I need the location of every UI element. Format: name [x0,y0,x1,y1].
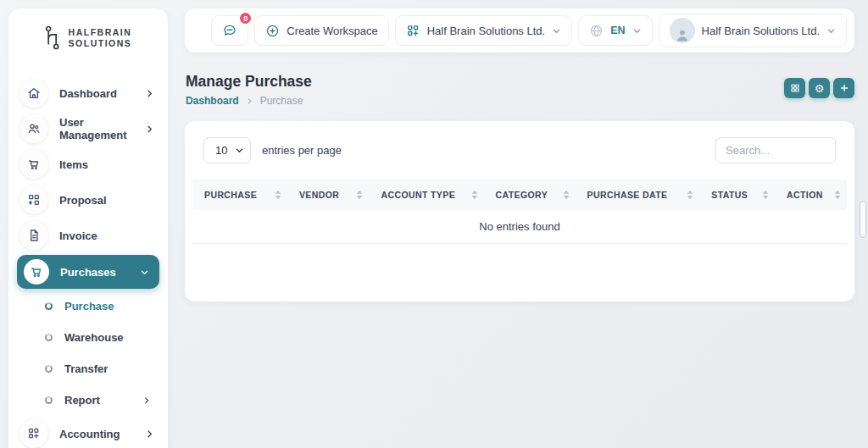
entries-per-page-select-wrap: 10 [203,137,251,163]
sidebar-subitem-report[interactable]: Report [8,384,168,416]
column-header-status[interactable]: STATUS [699,180,775,210]
chevron-down-icon [140,268,149,277]
sidebar-item-label: Accounting [59,428,120,440]
document-icon [19,221,48,250]
table-controls: 10 entries per page [185,121,854,163]
sort-icon[interactable] [834,191,841,200]
chevron-right-icon [142,396,151,405]
plus-icon [839,83,849,93]
sidebar-item-label: User Management [59,116,145,141]
breadcrumb-dashboard-link[interactable]: Dashboard [186,95,239,107]
chevron-right-icon [145,429,154,439]
sidebar-item-label: Invoice [59,230,97,242]
grid-icon [790,83,800,93]
sidebar-subitem-label: Warehouse [64,331,124,344]
chevron-right-icon [145,124,154,134]
column-header-account-type[interactable]: ACCOUNT TYPE [369,180,483,210]
sidebar-subitem-label: Report [64,394,100,407]
column-header-purchase-date[interactable]: PURCHASE DATE [576,180,700,210]
sort-icon[interactable] [687,191,693,200]
sort-icon[interactable] [471,191,478,200]
halfbrain-logo-mark [45,25,63,50]
ring-bullet-icon [45,365,53,373]
ring-bullet-icon [45,302,53,310]
vertical-scrollbar[interactable] [860,201,866,238]
breadcrumb-current: Purchase [260,95,303,107]
home-icon [19,79,48,108]
chat-button[interactable]: 0 [211,15,248,46]
sort-icon[interactable] [762,191,769,200]
workspace-selector[interactable]: Half Brain Solutions Ltd. [395,15,572,46]
cart-icon [19,150,48,179]
breadcrumb: Dashboard Purchase [186,95,303,107]
chevron-down-icon [632,26,642,36]
empty-state-row: No entries found [192,210,847,244]
sort-icon[interactable] [356,191,363,200]
language-selector[interactable]: EN [578,15,652,46]
cart-icon [24,259,49,285]
user-menu-label: Half Brain Solutions Ltd. [702,25,820,37]
sidebar-item-label: Items [59,158,88,171]
globe-icon [589,24,604,38]
app-logo-text: HALFBRAIN SOLUTIONS [69,27,132,47]
sidebar-item-accounting[interactable]: Accounting [8,416,168,448]
app-logo: HALFBRAIN SOLUTIONS [8,8,168,62]
sort-icon[interactable] [563,191,570,200]
chevron-down-icon [552,26,561,36]
purchase-table-card: 10 entries per page PURCHASE VENDOR ACCO… [185,121,854,301]
settings-button[interactable]: ⚙ [809,78,830,98]
sidebar-item-label: Dashboard [59,87,117,100]
entries-per-page-select[interactable]: 10 [203,137,251,163]
chevron-right-icon [145,89,154,98]
sidebar-item-purchases[interactable]: Purchases [17,255,159,289]
sidebar-item-invoice[interactable]: Invoice [8,218,168,253]
ring-bullet-icon [45,334,53,341]
add-purchase-button[interactable] [833,78,854,98]
page-action-buttons: ⚙ [784,78,854,98]
create-workspace-button[interactable]: Create Workspace [254,15,388,46]
chevron-down-icon [826,26,836,36]
avatar [670,18,695,43]
column-header-purchase[interactable]: PURCHASE [192,180,287,210]
table-header-row: PURCHASE VENDOR ACCOUNT TYPE CATEGORY PU… [192,180,847,210]
ring-bullet-icon [45,396,53,404]
column-header-action[interactable]: ACTION [775,180,847,210]
language-label: EN [610,25,625,36]
column-header-vendor[interactable]: VENDOR [287,180,370,210]
sidebar-item-user-management[interactable]: User Management [8,111,168,147]
sidebar-item-proposal[interactable]: Proposal [8,182,168,218]
sort-icon[interactable] [275,191,281,200]
sidebar-subitem-warehouse[interactable]: Warehouse [8,322,168,353]
create-workspace-label: Create Workspace [287,25,377,37]
sidebar-nav: Dashboard User Management Items Proposal [8,75,168,448]
column-header-category[interactable]: CATEGORY [484,180,576,210]
page-title: Manage Purchase [186,73,312,91]
gear-icon: ⚙ [815,83,825,94]
sidebar-item-label: Purchases [60,266,116,279]
sidebar-subitem-label: Purchase [64,300,114,312]
grid-plus-icon [406,24,420,38]
entries-per-page-label: entries per page [262,144,342,157]
grid-plus-icon [19,419,48,448]
plus-circle-icon [265,24,280,38]
grid-arrow-icon [19,185,48,214]
empty-state-message: No entries found [192,210,847,244]
sidebar-subitem-purchase[interactable]: Purchase [8,290,168,322]
purchase-table: PURCHASE VENDOR ACCOUNT TYPE CATEGORY PU… [192,180,847,244]
chat-bubble-icon [222,22,237,39]
sidebar-item-label: Proposal [59,194,107,207]
chevron-right-icon [246,97,253,105]
sidebar-item-dashboard[interactable]: Dashboard [8,75,168,111]
sidebar-item-items[interactable]: Items [8,147,168,182]
top-header: 0 Create Workspace Half Brain Solutions … [185,8,854,53]
user-menu[interactable]: Half Brain Solutions Ltd. [659,14,847,47]
sidebar: HALFBRAIN SOLUTIONS Dashboard User Manag… [8,8,168,448]
grid-view-button[interactable] [784,78,805,98]
chat-badge: 0 [238,11,253,25]
users-icon [19,114,48,143]
workspace-selector-label: Half Brain Solutions Ltd. [427,25,545,37]
sidebar-subitem-label: Transfer [64,362,108,375]
search-input[interactable] [715,137,836,163]
sidebar-subitem-transfer[interactable]: Transfer [8,353,168,384]
